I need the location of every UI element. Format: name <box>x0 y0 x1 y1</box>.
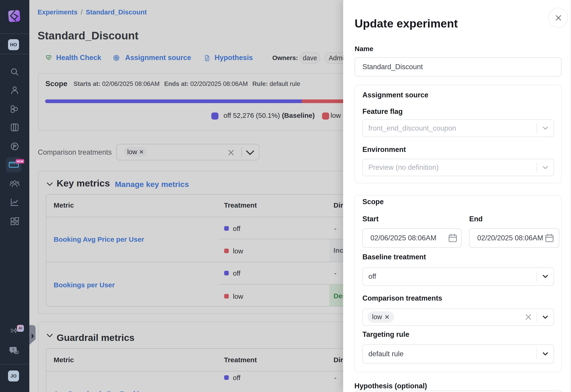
svg-text:?: ? <box>12 348 14 351</box>
